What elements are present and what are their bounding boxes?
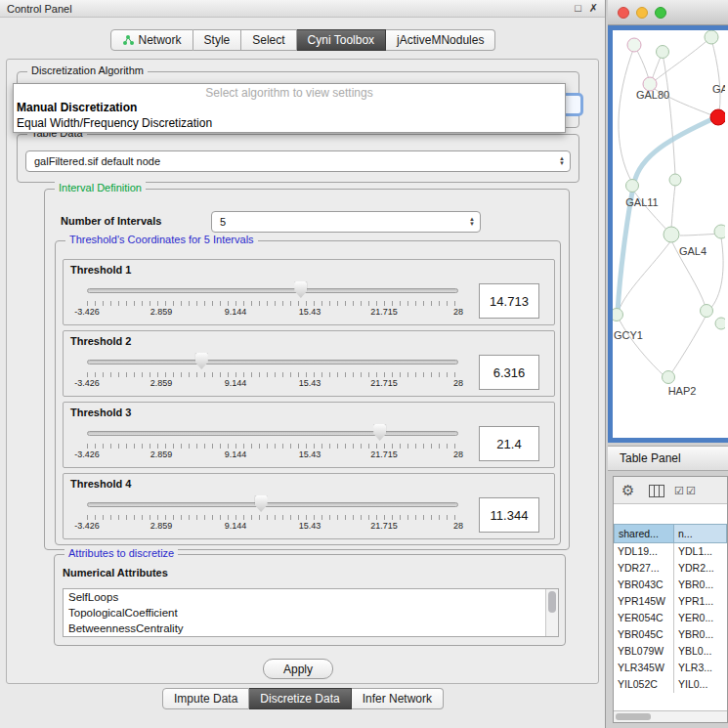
- tab-style[interactable]: Style: [193, 29, 242, 51]
- zoom-traffic-light[interactable]: [655, 7, 666, 19]
- threshold-4-slider[interactable]: [87, 495, 458, 512]
- threshold-3-slider[interactable]: [87, 424, 458, 441]
- gear-icon[interactable]: ⚙: [621, 477, 634, 504]
- table-row[interactable]: YDR27...YDR2...: [614, 560, 727, 577]
- slider-handle[interactable]: [195, 353, 208, 369]
- table-cell[interactable]: YDL19...: [614, 543, 674, 560]
- algorithm-dropdown-popup: Select algorithm to view settings Manual…: [13, 83, 566, 133]
- dropdown-option-manual-discretization[interactable]: Manual Discretization: [14, 100, 565, 115]
- network-node-hap2[interactable]: [663, 371, 675, 384]
- table-data-combobox[interactable]: galFiltered.sif default node ▲▼: [25, 150, 571, 172]
- table-cell[interactable]: YDL1...: [674, 543, 727, 560]
- float-window-icon[interactable]: □: [575, 3, 581, 14]
- table-cell[interactable]: YDR2...: [674, 560, 727, 577]
- network-node[interactable]: [715, 318, 725, 329]
- tab-infer-network[interactable]: Infer Network: [352, 688, 444, 709]
- network-window-titlebar: [608, 0, 728, 25]
- network-canvas[interactable]: GAL80 GA GAL11 GAL4 GCY1 HAP2: [613, 30, 728, 438]
- table-cell[interactable]: YER054C: [614, 610, 674, 626]
- tab-discretize-data[interactable]: Discretize Data: [249, 688, 351, 709]
- scrollbar-thumb[interactable]: [548, 591, 556, 613]
- table-row[interactable]: YBR045CYBR0...: [614, 626, 727, 643]
- slider-track[interactable]: [87, 502, 458, 507]
- table-cell[interactable]: YIL0...: [674, 676, 727, 693]
- selected-red-node[interactable]: [710, 109, 725, 125]
- threshold-4-panel: Threshold 4 -3.426 2.859 9.144 15.43 21.…: [63, 473, 555, 539]
- network-node[interactable]: [669, 174, 681, 186]
- table-row[interactable]: YLR345WYLR3...: [614, 660, 727, 676]
- table-row[interactable]: YBL079WYBL0...: [614, 643, 727, 660]
- table-cell[interactable]: YBR045C: [614, 626, 674, 643]
- network-node[interactable]: [701, 305, 713, 318]
- slider-ticks: [87, 515, 458, 520]
- tab-cyni-toolbox[interactable]: Cyni Toolbox: [297, 29, 386, 51]
- tab-select[interactable]: Select: [241, 29, 296, 51]
- table-row[interactable]: YER054CYER0...: [614, 610, 727, 626]
- threshold-value-field[interactable]: 6.316: [479, 355, 539, 390]
- slider-handle[interactable]: [373, 424, 386, 441]
- list-item[interactable]: TopologicalCoefficient: [64, 605, 558, 621]
- tick-label: 9.144: [225, 378, 247, 388]
- slider-handle[interactable]: [255, 495, 268, 512]
- select-columns-checkbox-icon[interactable]: ☑: [686, 484, 696, 497]
- table-cell[interactable]: YBL0...: [674, 643, 727, 660]
- tab-jactivemnodules[interactable]: jActiveMNodules: [386, 29, 495, 51]
- close-window-icon[interactable]: ✗: [589, 3, 598, 14]
- network-node[interactable]: [657, 46, 669, 59]
- column-header-shared-name[interactable]: shared...: [614, 524, 674, 543]
- table-cell[interactable]: YPR145W: [614, 593, 674, 610]
- table-cell[interactable]: YDR27...: [614, 560, 674, 577]
- slider-track[interactable]: [87, 288, 458, 293]
- table-cell[interactable]: YBR0...: [674, 577, 727, 593]
- minimize-traffic-light[interactable]: [636, 7, 648, 19]
- threshold-2-slider[interactable]: [87, 353, 458, 369]
- table-row[interactable]: YIL052CYIL0...: [614, 676, 727, 693]
- table-cell[interactable]: YBL079W: [614, 643, 674, 660]
- table-cell[interactable]: YER0...: [674, 610, 727, 626]
- dropdown-option-equal-width-frequency[interactable]: Equal Width/Frequency Discretization: [14, 115, 565, 131]
- list-scrollbar[interactable]: [545, 589, 558, 636]
- thresholds-title: Threshold's Coordinates for 5 Intervals: [65, 234, 258, 245]
- list-item[interactable]: SelfLoops: [64, 589, 558, 605]
- horizontal-scrollbar[interactable]: [614, 710, 727, 722]
- tab-label: Discretize Data: [260, 692, 339, 706]
- number-of-intervals-combobox[interactable]: 5 ▲▼: [211, 211, 481, 233]
- slider-track[interactable]: [87, 360, 458, 364]
- scrollbar-thumb[interactable]: [616, 713, 651, 720]
- network-node[interactable]: [714, 225, 725, 238]
- slider-track[interactable]: [87, 431, 458, 436]
- table-cell[interactable]: YIL052C: [614, 676, 674, 693]
- tick-label: 15.43: [299, 378, 321, 388]
- tab-network[interactable]: Network: [110, 29, 193, 51]
- apply-button[interactable]: Apply: [263, 659, 333, 679]
- tab-impute-data[interactable]: Impute Data: [162, 688, 249, 709]
- table-cell[interactable]: YPR1...: [674, 593, 727, 610]
- tick-label: -3.426: [74, 521, 100, 531]
- cyni-toolbox-panel: Discretization Algorithm Select algorith…: [6, 59, 599, 684]
- select-all-checkbox-icon[interactable]: ☑: [674, 484, 684, 497]
- threshold-1-slider[interactable]: [87, 281, 458, 298]
- table-row[interactable]: YBR043CYBR0...: [614, 577, 727, 593]
- network-node-gcy1[interactable]: [613, 309, 623, 321]
- table-cell[interactable]: YLR3...: [674, 660, 727, 676]
- close-traffic-light[interactable]: [618, 7, 629, 19]
- table-row[interactable]: YPR145WYPR1...: [614, 593, 727, 610]
- network-node[interactable]: [705, 30, 718, 44]
- network-node-gal4[interactable]: [664, 227, 679, 242]
- threshold-value-field[interactable]: 14.713: [479, 283, 539, 319]
- threshold-value-field[interactable]: 21.4: [479, 426, 539, 461]
- slider-handle[interactable]: [294, 281, 307, 298]
- tick-label: 9.144: [225, 521, 247, 531]
- number-of-intervals-value: 5: [220, 216, 226, 228]
- network-node[interactable]: [627, 38, 641, 52]
- table-cell[interactable]: YBR0...: [674, 626, 727, 643]
- table-cell[interactable]: YBR043C: [614, 577, 674, 593]
- list-item[interactable]: BetweennessCentrality: [64, 621, 558, 636]
- columns-icon[interactable]: [649, 485, 664, 497]
- table-cell[interactable]: YLR345W: [614, 660, 674, 676]
- column-header-name[interactable]: n...: [674, 524, 727, 543]
- threshold-value-field[interactable]: 11.344: [479, 497, 539, 533]
- network-node-gal11[interactable]: [626, 180, 639, 193]
- highlighted-edge: [618, 118, 714, 312]
- table-row[interactable]: YDL19...YDL1...: [614, 543, 727, 560]
